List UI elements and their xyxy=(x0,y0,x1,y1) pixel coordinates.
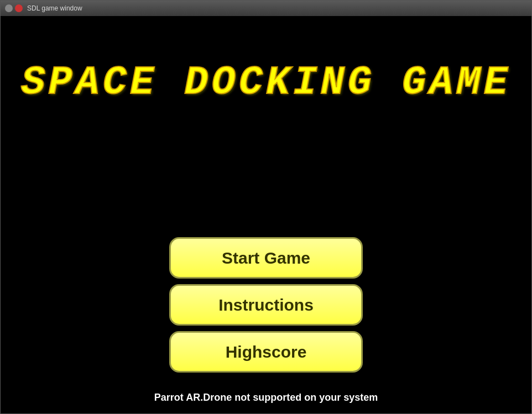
game-area: SPACE DOCKING GAME Start Game Instructio… xyxy=(1,16,531,413)
close-button[interactable] xyxy=(15,4,23,12)
minimize-button[interactable] xyxy=(5,4,13,12)
footer-text: Parrot AR.Drone not supported on your sy… xyxy=(154,392,378,403)
game-title-wrapper: SPACE DOCKING GAME xyxy=(1,33,531,106)
highscore-button[interactable]: Highscore xyxy=(169,331,363,373)
start-game-button[interactable]: Start Game xyxy=(169,237,363,279)
menu-buttons-container: Start Game Instructions Highscore xyxy=(169,237,363,373)
window-title: SDL game window xyxy=(27,4,82,12)
title-bar-buttons xyxy=(5,4,23,12)
instructions-button[interactable]: Instructions xyxy=(169,284,363,326)
window-frame: SDL game window SPACE DOCKING GAME Start… xyxy=(0,0,532,414)
game-title: SPACE DOCKING GAME xyxy=(21,60,511,106)
title-bar: SDL game window xyxy=(1,1,531,16)
